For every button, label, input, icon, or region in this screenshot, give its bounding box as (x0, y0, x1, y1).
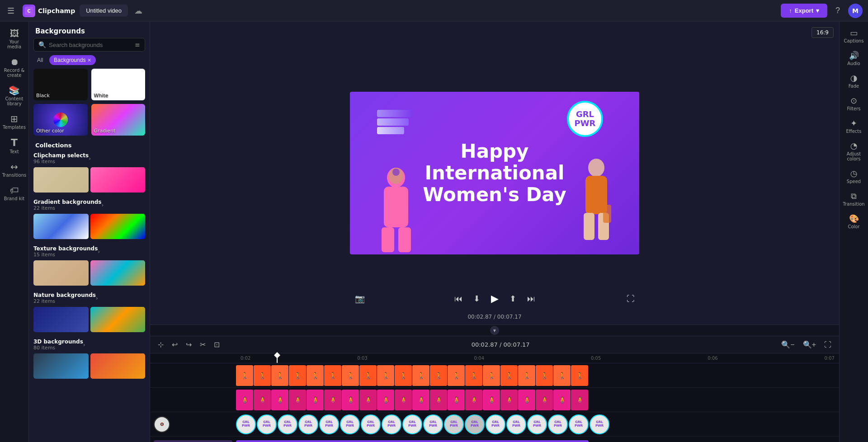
background-track-clip[interactable]: 🌄 Background (236, 440, 589, 442)
sidebar-item-brand-kit[interactable]: 🏷 Brand kit (2, 182, 27, 205)
grl-pwr-frame[interactable]: GRLPWR (590, 414, 609, 434)
collection-chevron-icon[interactable]: › (96, 295, 98, 301)
collection-chevron-icon[interactable]: › (83, 342, 85, 348)
clip-frame[interactable]: 🧍 (571, 390, 588, 410)
clip-frame[interactable]: 🚶 (271, 365, 288, 386)
clip-frame[interactable]: 🧍 (236, 390, 253, 410)
help-button[interactable]: ? (832, 4, 844, 17)
clip-frame[interactable]: 🚶 (289, 365, 306, 386)
clip-frame[interactable]: 🚶 (359, 365, 377, 386)
grl-pwr-frame[interactable]: GRLPWR (444, 414, 464, 434)
timeline-tracks[interactable]: 🚶 🚶 🚶 🚶 🚶 🚶 🚶 🚶 🚶 🚶 🚶 🚶 (150, 363, 839, 442)
grl-pwr-frame[interactable]: GRLPWR (382, 414, 401, 434)
collection-thumb[interactable] (33, 260, 89, 286)
search-input[interactable] (49, 42, 132, 48)
filter-icon[interactable]: ≡ (135, 41, 140, 48)
right-panel-item-adjust-colors[interactable]: ◔ Adjust colors (841, 138, 867, 165)
skip-back-button[interactable]: ⏮ (453, 292, 464, 306)
clip-frame[interactable]: 🚶 (483, 365, 500, 386)
right-panel-item-fade[interactable]: ◑ Fade (841, 71, 867, 92)
sidebar-item-text[interactable]: T Text (2, 134, 27, 158)
clip-frame[interactable]: 🚶 (377, 365, 394, 386)
rewind-button[interactable]: ⬇ (472, 292, 482, 306)
clip-frame[interactable]: 🚶 (430, 365, 447, 386)
swatch-other-color[interactable]: Other color (33, 104, 88, 136)
tag-close-icon[interactable]: ✕ (87, 57, 91, 63)
grl-pwr-frame[interactable]: GRLPWR (506, 414, 526, 434)
fullscreen-button[interactable]: ⛶ (625, 292, 637, 306)
collection-chevron-icon[interactable]: › (102, 202, 104, 208)
clip-frame[interactable]: 🧍 (377, 390, 394, 410)
filter-backgrounds-tag[interactable]: Backgrounds ✕ (49, 55, 96, 65)
clip-frame[interactable]: 🧍 (307, 390, 324, 410)
right-panel-item-captions[interactable]: ▭ Captions (841, 25, 867, 47)
video-title-tab[interactable]: Untitled video (80, 5, 128, 17)
clip-frame[interactable]: 🚶 (307, 365, 324, 386)
clip-frame[interactable]: 🚶 (342, 365, 359, 386)
undo-button[interactable]: ↩ (170, 339, 180, 350)
collection-chevron-icon[interactable]: › (89, 155, 91, 162)
collection-chevron-icon[interactable]: › (98, 249, 100, 255)
grl-pwr-frame[interactable]: GRLPWR (257, 414, 277, 434)
clip-frame[interactable]: 🚶 (236, 365, 253, 386)
swatch-gradient[interactable]: Gradient (91, 104, 146, 136)
zoom-in-button[interactable]: 🔍+ (801, 339, 818, 350)
clip-frame[interactable]: 🚶 (571, 365, 588, 386)
swatch-black[interactable]: Black (33, 69, 88, 100)
grl-pwr-frame[interactable]: GRLPWR (278, 414, 297, 434)
collection-thumb[interactable] (33, 307, 89, 332)
play-button[interactable]: ▶ (489, 291, 500, 306)
collection-thumb[interactable] (33, 353, 89, 379)
clip-frame[interactable]: 🧍 (483, 390, 500, 410)
grl-pwr-frame[interactable]: GRLPWR (548, 414, 568, 434)
grl-pwr-frame[interactable]: GRLPWR (569, 414, 589, 434)
clip-frame[interactable]: 🧍 (342, 390, 359, 410)
cut-button[interactable]: ✂ (198, 339, 208, 350)
grl-pwr-frame[interactable]: GRLPWR (402, 414, 422, 434)
collection-thumb[interactable] (33, 214, 89, 239)
fast-forward-button[interactable]: ⬆ (508, 292, 518, 306)
collection-thumb[interactable] (90, 214, 146, 239)
collection-thumb[interactable] (90, 260, 146, 286)
grl-pwr-frame[interactable]: GRLPWR (486, 414, 505, 434)
clip-frame[interactable]: 🧍 (412, 390, 429, 410)
right-panel-item-color[interactable]: 🎨 Color (841, 211, 867, 233)
cloud-save-button[interactable]: ☁ (132, 4, 144, 18)
clip-frame[interactable]: 🚶 (448, 365, 465, 386)
fit-timeline-button[interactable]: ⛶ (822, 339, 834, 350)
clip-frame[interactable]: 🧍 (553, 390, 571, 410)
collections-scroll[interactable]: Collections Clipchamp selects 96 items › (29, 140, 150, 442)
clip-frame[interactable]: 🧍 (518, 390, 535, 410)
grl-pwr-frame[interactable]: GRLPWR (361, 414, 381, 434)
right-panel-item-transition[interactable]: ⧉ Transition (841, 188, 867, 210)
grl-pwr-frame[interactable]: GRLPWR (465, 414, 485, 434)
filter-all-button[interactable]: All (33, 55, 47, 65)
clip-frame[interactable]: 🧍 (536, 390, 553, 410)
screenshot-button[interactable]: 📷 (353, 292, 367, 306)
clip-frame[interactable]: 🚶 (395, 365, 412, 386)
sidebar-item-your-media[interactable]: 🖼 Your media (2, 25, 27, 53)
collection-thumb[interactable] (90, 307, 146, 332)
swatch-white[interactable]: White (91, 69, 146, 100)
grl-pwr-frame[interactable]: GRLPWR (423, 414, 443, 434)
split-button[interactable]: ⊡ (212, 339, 222, 350)
zoom-out-button[interactable]: 🔍− (779, 339, 797, 350)
grl-pwr-frame[interactable]: GRLPWR (236, 414, 256, 434)
clip-frame[interactable]: 🚶 (412, 365, 429, 386)
right-panel-item-filters[interactable]: ⊙ Filters (841, 93, 867, 115)
skip-forward-button[interactable]: ⏭ (525, 292, 537, 306)
right-panel-item-speed[interactable]: ◷ Speed (841, 166, 867, 188)
grl-pwr-frame[interactable]: GRLPWR (319, 414, 339, 434)
sidebar-item-transitions[interactable]: ↔ Transitions (2, 159, 27, 181)
collection-thumb[interactable] (90, 167, 146, 193)
sidebar-item-templates[interactable]: ⊞ Templates (2, 111, 27, 133)
grl-pwr-frame[interactable]: GRLPWR (298, 414, 318, 434)
right-panel-item-effects[interactable]: ✦ Effects (841, 116, 867, 137)
clip-frame[interactable]: 🧍 (395, 390, 412, 410)
clip-frame[interactable]: 🧍 (271, 390, 288, 410)
sidebar-item-record-create[interactable]: ⏺ Record & create (2, 54, 27, 81)
clip-frame[interactable]: 🧍 (359, 390, 377, 410)
select-tool-button[interactable]: ⊹ (156, 339, 166, 350)
collection-thumb[interactable] (90, 353, 146, 379)
clip-frame[interactable]: 🧍 (324, 390, 341, 410)
